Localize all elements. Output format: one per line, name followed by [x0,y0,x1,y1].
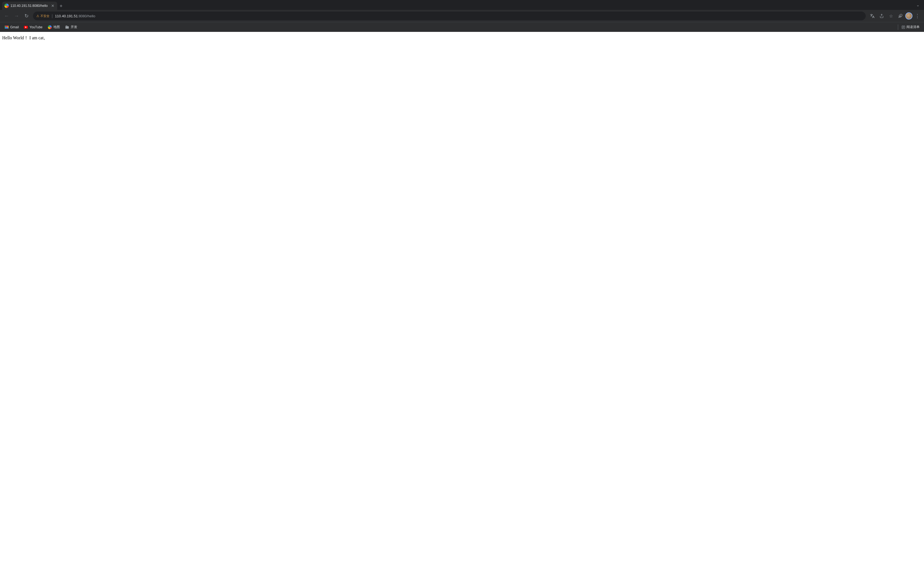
address-separator: | [52,14,53,18]
active-tab[interactable]: 110.40.191.51:8080/hello ✕ [2,2,57,10]
forward-button[interactable]: → [12,11,21,20]
back-button[interactable]: ← [2,11,11,20]
page-content: Hello World！ I am cat。 [0,32,924,577]
bookmark-gmail[interactable]: Gmail [2,24,21,31]
window-dropdown-button[interactable]: ⌄ [914,1,922,9]
tab-favicon-loading [5,3,9,8]
youtube-icon [24,26,28,29]
new-tab-button[interactable]: + [57,2,65,10]
bookmarks-bar: Gmail YouTube 地图 开发 阅读清单 [0,22,924,32]
tab-strip: 110.40.191.51:8080/hello ✕ + [2,0,913,10]
maps-favicon [48,25,52,29]
page-text: Hello World！ I am cat。 [2,35,922,41]
profile-button[interactable] [905,12,913,19]
navigation-toolbar: ← → ↻ ⚠ 不安全 | 110.40.191.51:8080/hello ☆ [0,10,924,22]
address-port-path: :8080/hello [78,14,95,18]
dev-favicon [65,25,69,29]
reload-button[interactable]: ↻ [22,11,31,20]
address-bar[interactable]: ⚠ 不安全 | 110.40.191.51:8080/hello [33,11,866,20]
bookmark-youtube[interactable]: YouTube [21,24,45,31]
bookmarks-right: 阅读清单 [898,24,922,30]
bookmark-dev[interactable]: 开发 [63,24,79,31]
youtube-favicon [24,25,28,29]
bookmark-dev-label: 开发 [71,25,77,29]
toolbar-right-actions: ☆ ⋮ [868,11,922,20]
title-bar-right: ⌄ [914,1,922,9]
bookmark-maps-label: 地图 [53,25,60,29]
address-host: 110.40.191.51 [55,14,78,18]
avatar-image [906,13,912,19]
tab-title: 110.40.191.51:8080/hello [10,4,49,8]
reader-list-label: 阅读清单 [906,25,919,29]
bookmark-youtube-label: YouTube [29,25,42,29]
bookmark-gmail-label: Gmail [10,25,19,29]
title-bar: 110.40.191.51:8080/hello ✕ + ⌄ [0,0,924,10]
reader-list-button[interactable]: 阅读清单 [899,24,922,30]
bookmark-star-button[interactable]: ☆ [887,11,895,20]
share-button[interactable] [877,11,886,20]
menu-button[interactable]: ⋮ [913,11,922,20]
security-label: 不安全 [40,14,50,18]
bookmark-maps[interactable]: 地图 [45,24,62,31]
security-indicator: ⚠ 不安全 [36,14,50,18]
tab-close-button[interactable]: ✕ [51,3,55,8]
maps-icon [48,25,52,29]
address-text: 110.40.191.51:8080/hello [55,14,863,18]
translate-button[interactable] [868,11,877,20]
gmail-favicon [5,25,9,29]
extensions-button[interactable] [896,11,905,20]
